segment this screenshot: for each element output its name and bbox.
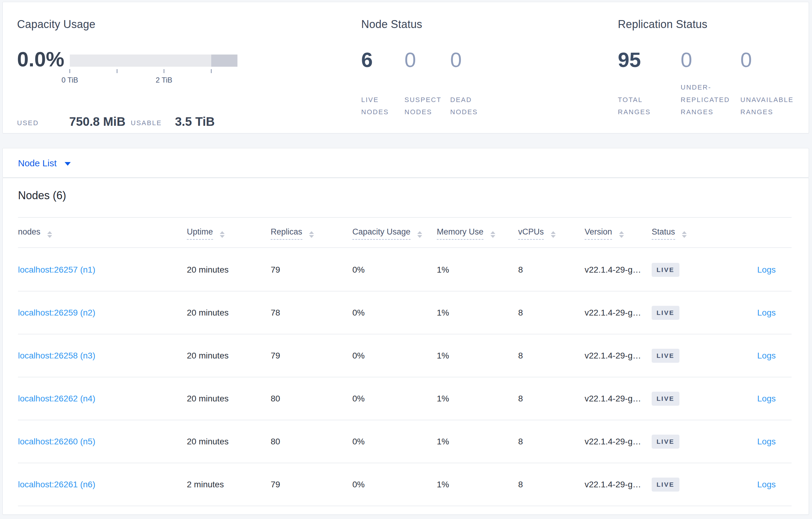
capacity-value: 0% (352, 480, 437, 489)
live-nodes-label: LIVE NODES (361, 94, 398, 119)
uptime-value: 20 minutes (187, 351, 271, 361)
nodes-table-title: Nodes (6) (18, 189, 66, 202)
memory-value: 1% (437, 480, 518, 489)
capacity-used-percent: 0.0% (17, 47, 64, 71)
uptime-value: 20 minutes (187, 308, 271, 318)
replicas-value: 78 (271, 308, 352, 318)
uptime-value: 2 minutes (187, 480, 271, 489)
node-link[interactable]: localhost:26261 (n6) (18, 480, 95, 489)
node-link[interactable]: localhost:26260 (n5) (18, 437, 95, 446)
sort-icon (417, 231, 422, 238)
version-value: v22.1.4-29-g… (585, 308, 652, 318)
cluster-summary-card: Capacity Usage 0.0% 0 TiB 2 TiB USED 750… (2, 2, 809, 133)
status-badge: LIVE (652, 392, 679, 406)
column-header-nodes[interactable]: nodes (18, 227, 187, 238)
column-header-uptime[interactable]: Uptime (187, 227, 271, 238)
memory-value: 1% (437, 437, 518, 447)
capacity-usage-title: Capacity Usage (17, 18, 95, 31)
vcpus-value: 8 (518, 480, 585, 489)
node-list-dropdown-label: Node List (18, 158, 57, 169)
uptime-value: 20 minutes (187, 394, 271, 403)
replicas-value: 79 (271, 480, 352, 489)
column-header-replicas[interactable]: Replicas (271, 227, 352, 238)
column-header-capacity-usage[interactable]: Capacity Usage (352, 227, 437, 238)
capacity-value: 0% (352, 265, 437, 275)
column-header-version[interactable]: Version (585, 227, 652, 238)
status-badge: LIVE (652, 306, 679, 320)
capacity-axis-tick (69, 69, 70, 73)
logs-link[interactable]: Logs (757, 308, 776, 317)
version-value: v22.1.4-29-g… (585, 480, 652, 489)
logs-link[interactable]: Logs (757, 351, 776, 360)
version-value: v22.1.4-29-g… (585, 351, 652, 361)
suspect-nodes-label: SUSPECT NODES (404, 94, 441, 119)
chevron-down-icon (65, 162, 71, 166)
uptime-value: 20 minutes (187, 265, 271, 275)
nodes-table-body: localhost:26257 (n1) 20 minutes 79 0% 1%… (18, 248, 791, 506)
view-selector-bar: Node List (2, 148, 809, 178)
live-nodes-count: 6 (361, 48, 404, 71)
capacity-bar-usable-segment (70, 55, 211, 67)
status-badge: LIVE (652, 435, 679, 449)
sort-icon (682, 231, 687, 238)
vcpus-value: 8 (518, 394, 585, 403)
sort-icon (490, 231, 495, 238)
node-link[interactable]: localhost:26259 (n2) (18, 308, 95, 317)
column-header-status[interactable]: Status (652, 227, 726, 238)
replicas-value: 80 (271, 437, 352, 447)
capacity-axis-tick (164, 69, 164, 73)
node-link[interactable]: localhost:26257 (n1) (18, 265, 95, 274)
status-badge: LIVE (652, 349, 679, 363)
memory-value: 1% (437, 351, 518, 361)
suspect-nodes-count: 0 (404, 48, 450, 71)
table-row: localhost:26258 (n3) 20 minutes 79 0% 1%… (18, 334, 791, 377)
table-row: localhost:26261 (n6) 2 minutes 79 0% 1% … (18, 463, 791, 506)
memory-value: 1% (437, 265, 518, 275)
node-link[interactable]: localhost:26258 (n3) (18, 351, 95, 360)
status-badge: LIVE (652, 263, 679, 277)
status-badge: LIVE (652, 478, 679, 492)
column-header-vcpus[interactable]: vCPUs (518, 227, 585, 238)
under-replicated-ranges-label: UNDER-REPLICATED RANGES (680, 81, 737, 119)
capacity-axis-tick (117, 69, 117, 73)
under-replicated-ranges-count: 0 (680, 48, 741, 71)
node-link[interactable]: localhost:26262 (n4) (18, 394, 95, 403)
nodes-table-card: Nodes (6) nodes Uptime Replicas Capacity… (2, 178, 809, 515)
vcpus-value: 8 (518, 437, 585, 447)
table-row: localhost:26262 (n4) 20 minutes 80 0% 1%… (18, 377, 791, 420)
capacity-axis-tick (211, 69, 211, 73)
total-ranges-count: 95 (618, 48, 680, 71)
logs-link[interactable]: Logs (757, 437, 776, 446)
vcpus-value: 8 (518, 351, 585, 361)
memory-value: 1% (437, 394, 518, 403)
sort-icon (47, 231, 52, 238)
replication-status-panel: Replication Status 95 0 0 TOTAL RANGES U… (615, 2, 807, 134)
capacity-bar-other-segment (211, 55, 237, 67)
vcpus-value: 8 (518, 308, 585, 318)
replication-status-title: Replication Status (618, 18, 707, 31)
logs-link[interactable]: Logs (757, 480, 776, 489)
capacity-usable-value: 3.5 TiB (175, 115, 214, 128)
capacity-used-label: USED (17, 119, 39, 127)
unavailable-ranges-count: 0 (741, 48, 801, 71)
logs-link[interactable]: Logs (757, 265, 776, 274)
dead-nodes-count: 0 (450, 48, 499, 71)
capacity-value: 0% (352, 308, 437, 318)
sort-icon (551, 231, 556, 238)
capacity-used-value: 750.8 MiB (69, 115, 125, 128)
node-list-dropdown[interactable]: Node List (18, 148, 71, 178)
capacity-axis-label-0: 0 TiB (52, 76, 88, 84)
unavailable-ranges-label: UNAVAILABLE RANGES (741, 94, 797, 119)
capacity-usage-bar (70, 55, 237, 67)
capacity-usable-label: USABLE (131, 119, 162, 127)
replicas-value: 79 (271, 351, 352, 361)
table-row: localhost:26257 (n1) 20 minutes 79 0% 1%… (18, 248, 791, 292)
logs-link[interactable]: Logs (757, 394, 776, 403)
sort-icon (220, 231, 225, 238)
nodes-table-header-row: nodes Uptime Replicas Capacity Usage Mem… (18, 218, 791, 248)
memory-value: 1% (437, 308, 518, 318)
version-value: v22.1.4-29-g… (585, 265, 652, 275)
node-status-title: Node Status (361, 18, 422, 31)
column-header-memory-use[interactable]: Memory Use (437, 227, 518, 238)
table-row: localhost:26259 (n2) 20 minutes 78 0% 1%… (18, 292, 791, 334)
